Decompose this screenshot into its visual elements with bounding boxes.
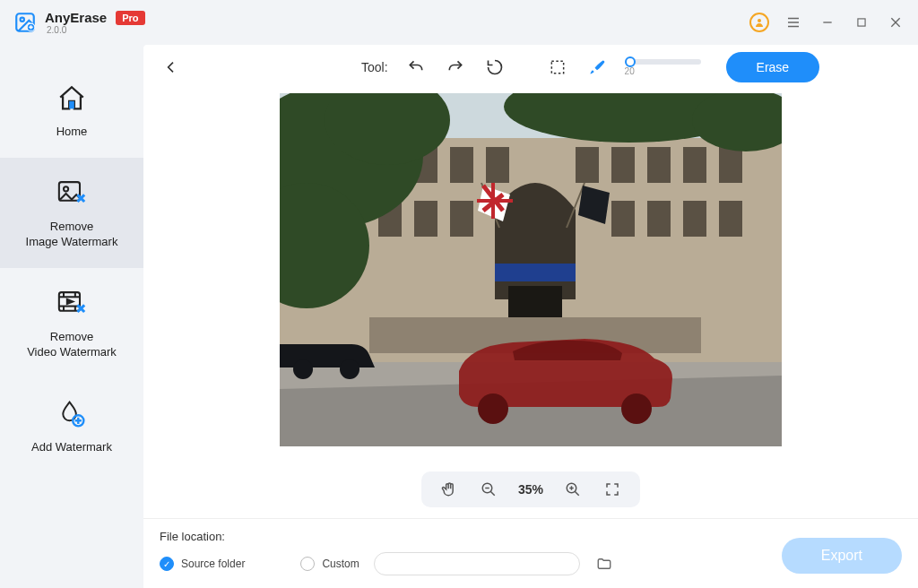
app-version: 2.0.0 [47, 25, 145, 35]
svg-rect-28 [486, 147, 509, 183]
zoom-bar: 35% [143, 459, 918, 518]
svg-point-60 [621, 393, 652, 424]
zoom-level: 35% [518, 482, 543, 497]
titlebar: AnyErase Pro 2.0.0 [0, 0, 918, 45]
sidebar-item-remove-video-watermark[interactable]: Remove Video Watermark [0, 268, 143, 378]
sidebar-item-remove-image-watermark[interactable]: Remove Image Watermark [0, 158, 143, 268]
svg-rect-36 [450, 201, 473, 237]
svg-rect-31 [647, 147, 671, 183]
svg-line-65 [575, 491, 579, 496]
app-logo-icon [13, 10, 38, 35]
svg-rect-11 [69, 101, 74, 109]
brush-tool-button[interactable] [585, 56, 609, 79]
svg-rect-27 [450, 147, 473, 183]
sidebar-item-label: Add Watermark [31, 439, 112, 455]
image-canvas[interactable] [280, 93, 782, 446]
add-watermark-icon [54, 396, 90, 432]
sidebar-item-label: Remove Image Watermark [26, 219, 118, 250]
remove-image-watermark-icon [54, 176, 90, 212]
remove-video-watermark-icon [54, 286, 90, 322]
undo-button[interactable] [404, 56, 428, 79]
svg-rect-41 [495, 264, 576, 281]
custom-folder-radio[interactable]: Custom [300, 557, 359, 571]
reset-button[interactable] [483, 56, 507, 79]
editor-toolbar: Tool: [143, 45, 918, 90]
home-icon [54, 81, 90, 117]
svg-line-62 [490, 491, 495, 496]
source-folder-radio[interactable]: ✓ Source folder [160, 557, 245, 571]
svg-rect-30 [611, 147, 635, 183]
svg-point-3 [758, 19, 761, 22]
export-button[interactable]: Export [782, 538, 902, 574]
svg-rect-33 [719, 147, 742, 183]
svg-rect-35 [414, 201, 437, 237]
radio-checked-icon: ✓ [160, 557, 174, 571]
sidebar: Home Remove Image Watermark Remove Video… [0, 45, 143, 588]
svg-rect-32 [683, 147, 706, 183]
menu-button[interactable] [784, 13, 803, 32]
svg-point-13 [64, 186, 68, 191]
sidebar-item-label: Home [56, 124, 88, 140]
fullscreen-button[interactable] [602, 480, 622, 499]
redo-button[interactable] [444, 56, 467, 79]
sidebar-item-add-watermark[interactable]: Add Watermark [0, 378, 143, 473]
back-button[interactable] [160, 56, 183, 79]
source-folder-label: Source folder [181, 558, 245, 570]
svg-rect-38 [647, 201, 671, 237]
profile-button[interactable] [749, 13, 769, 32]
maximize-button[interactable] [852, 13, 871, 32]
svg-rect-8 [858, 19, 865, 26]
canvas-area[interactable] [143, 90, 918, 459]
svg-rect-39 [683, 201, 706, 237]
tool-label: Tool: [361, 60, 388, 74]
svg-point-59 [478, 393, 508, 424]
pro-badge: Pro [116, 11, 144, 25]
profile-icon [749, 13, 769, 32]
close-button[interactable] [886, 13, 905, 32]
svg-rect-37 [611, 201, 635, 237]
selection-tool-button[interactable] [546, 56, 569, 79]
svg-point-57 [293, 359, 313, 379]
sidebar-item-home[interactable]: Home [0, 63, 143, 158]
zoom-in-button[interactable] [563, 480, 583, 499]
svg-rect-22 [551, 61, 563, 73]
custom-path-input[interactable] [374, 552, 580, 575]
erase-button[interactable]: Erase [726, 52, 820, 82]
app-name: AnyErase [45, 10, 107, 25]
brush-size-slider[interactable]: 20 [625, 59, 701, 76]
brush-size-value: 20 [625, 66, 635, 76]
zoom-out-button[interactable] [479, 480, 498, 499]
custom-folder-label: Custom [322, 558, 359, 570]
minimize-button[interactable] [818, 13, 837, 32]
svg-point-58 [340, 359, 359, 379]
browse-folder-button[interactable] [594, 554, 614, 574]
footer: File location: ✓ Source folder Custom [143, 518, 918, 588]
svg-rect-40 [719, 201, 742, 237]
pan-hand-button[interactable] [439, 480, 459, 499]
svg-point-1 [21, 18, 24, 22]
sidebar-item-label: Remove Video Watermark [27, 329, 117, 360]
radio-unchecked-icon [300, 557, 315, 571]
svg-rect-29 [576, 147, 599, 183]
